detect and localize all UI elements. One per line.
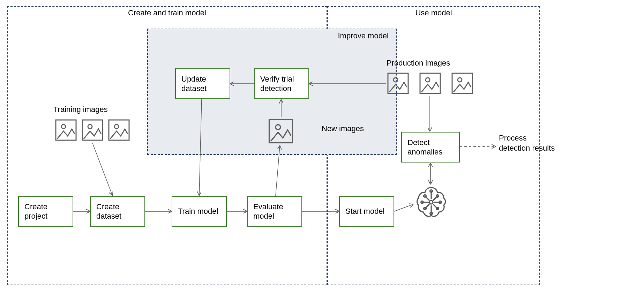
region-use-model-label: Use model: [327, 8, 540, 17]
production-images-label: Production images: [387, 59, 450, 68]
diagram-canvas: Create and train model Use model Improve…: [0, 0, 644, 302]
node-start-model: Start model: [339, 196, 394, 227]
svg-point-1: [61, 124, 66, 129]
process-results-label: Process detection results: [499, 133, 558, 153]
node-label: Train model: [178, 206, 218, 216]
region-create-train-label: Create and train model: [7, 8, 327, 17]
node-label: Detect anomalies: [407, 138, 454, 157]
image-icon: [54, 119, 77, 142]
svg-point-22: [429, 201, 433, 204]
svg-point-3: [88, 124, 92, 129]
node-evaluate-model: Evaluate model: [247, 196, 302, 227]
node-label: Verify trial detection: [260, 74, 303, 93]
svg-point-13: [458, 78, 462, 82]
image-icon: [107, 119, 130, 142]
image-icon: [268, 118, 294, 144]
node-create-dataset: Create dataset: [90, 196, 145, 227]
ai-brain-icon: [414, 185, 449, 220]
node-label: Update dataset: [181, 74, 224, 93]
node-label: Create dataset: [96, 202, 139, 221]
image-icon: [81, 119, 104, 142]
node-detect-anomalies: Detect anomalies: [401, 132, 460, 163]
image-icon: [419, 72, 442, 95]
svg-point-9: [394, 78, 398, 82]
node-label: Start model: [345, 206, 385, 216]
node-create-project: Create project: [18, 196, 73, 227]
svg-point-11: [426, 78, 430, 82]
region-improve-model-label: Improve model: [147, 31, 397, 40]
node-label: Create project: [24, 202, 67, 221]
node-label: Evaluate model: [253, 202, 296, 221]
image-icon: [387, 72, 410, 95]
svg-point-5: [114, 124, 119, 129]
image-icon: [451, 72, 474, 95]
training-images-label: Training images: [53, 105, 108, 114]
node-train-model: Train model: [172, 196, 227, 227]
node-update-dataset: Update dataset: [175, 68, 230, 99]
new-images-label: New images: [322, 124, 364, 133]
node-verify-trial: Verify trial detection: [254, 68, 309, 99]
svg-point-7: [276, 125, 280, 130]
